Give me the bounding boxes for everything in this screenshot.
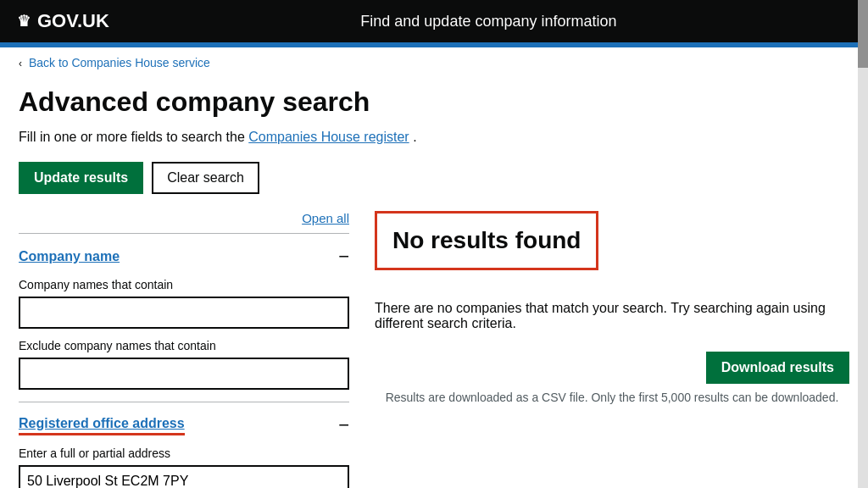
page-title: Advanced company search — [19, 86, 849, 118]
download-results-button[interactable]: Download results — [706, 352, 849, 384]
address-input[interactable] — [19, 465, 349, 488]
no-results-title: No results found — [392, 227, 581, 254]
company-name-collapse-icon: − — [338, 246, 349, 268]
company-name-exclude-group: Exclude company names that contain — [19, 339, 349, 390]
no-results-box: No results found — [375, 211, 598, 270]
download-note: Results are downloaded as a CSV file. On… — [375, 391, 849, 404]
registered-office-header[interactable]: Registered office address − — [19, 414, 349, 436]
exclude-label: Exclude company names that contain — [19, 339, 349, 352]
address-field-group: Enter a full or partial address — [19, 446, 349, 488]
registered-office-collapse-icon: − — [338, 414, 349, 436]
company-name-label: Company name — [19, 249, 120, 264]
subtitle: Fill in one or more fields to search the… — [19, 130, 849, 145]
main-content: ‹ Back to Companies House service Advanc… — [2, 47, 866, 488]
logo-text: GOV.UK — [37, 10, 109, 32]
scrollbar-thumb[interactable] — [858, 0, 868, 68]
company-name-exclude-input[interactable] — [19, 358, 349, 390]
update-results-button[interactable]: Update results — [19, 162, 143, 194]
gov-uk-logo: ♛ GOV.UK — [17, 10, 109, 32]
registered-office-label: Registered office address — [19, 416, 185, 435]
breadcrumb-chevron-icon: ‹ — [19, 58, 22, 69]
company-name-section: Company name − Company names that contai… — [19, 233, 349, 402]
site-header: ♛ GOV.UK Find and update company informa… — [0, 0, 868, 42]
open-all-row: Open all — [19, 211, 349, 226]
breadcrumb[interactable]: ‹ Back to Companies House service — [19, 56, 849, 69]
subtitle-after: . — [413, 130, 416, 144]
contains-label: Company names that contain — [19, 278, 349, 291]
company-name-contains-group: Company names that contain — [19, 278, 349, 329]
left-panel: Open all Company name − Company names th… — [19, 211, 349, 488]
action-buttons: Update results Clear search — [19, 162, 849, 194]
scrollbar[interactable] — [858, 0, 868, 488]
header-title: Find and update company information — [126, 13, 851, 30]
registered-office-section: Registered office address − Enter a full… — [19, 402, 349, 488]
breadcrumb-link[interactable]: Back to Companies House service — [29, 56, 210, 69]
company-name-header[interactable]: Company name − — [19, 246, 349, 268]
download-row: Download results — [375, 352, 849, 384]
subtitle-before: Fill in one or more fields to search the — [19, 130, 245, 144]
address-label: Enter a full or partial address — [19, 446, 349, 460]
company-name-contains-input[interactable] — [19, 297, 349, 329]
right-panel: No results found There are no companies … — [375, 211, 849, 488]
no-results-description: There are no companies that match your s… — [375, 301, 849, 331]
open-all-link[interactable]: Open all — [302, 211, 349, 225]
clear-search-button[interactable]: Clear search — [152, 162, 259, 194]
two-col-layout: Open all Company name − Company names th… — [19, 211, 849, 488]
crown-icon: ♛ — [17, 12, 31, 30]
companies-house-register-link[interactable]: Companies House register — [248, 130, 409, 144]
